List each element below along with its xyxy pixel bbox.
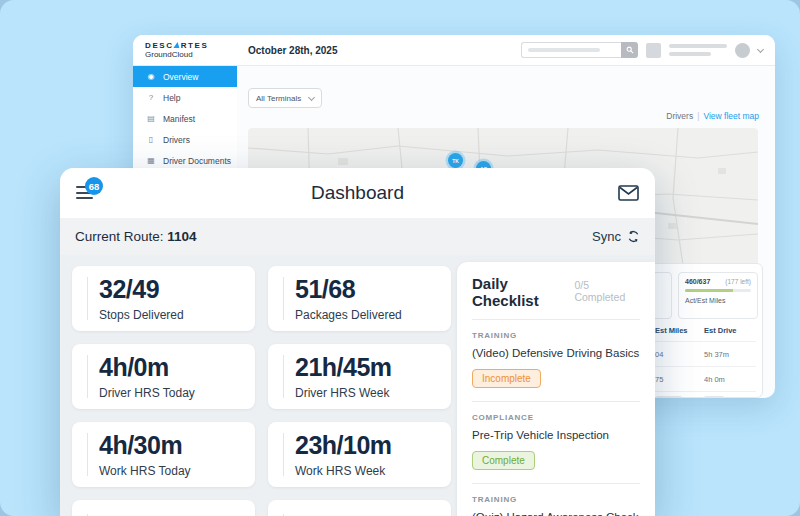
separator: | <box>697 111 699 121</box>
logo-text-1: DESC <box>145 41 174 50</box>
page-background: DESCRTES GroundCloud October 28th, 2025 … <box>0 0 800 516</box>
stat-value: 23h/10m <box>295 432 441 459</box>
stat-card-work-hrs-today[interactable]: 4h/30m Work HRS Today <box>72 422 255 487</box>
checklist-progress: 0/5 Completed <box>574 279 640 303</box>
drivers-label: Drivers <box>666 111 693 121</box>
checklist-title: Daily Checklist <box>472 275 574 309</box>
act-est-miles-card: 460/637 (177 left) Act/Est Miles <box>678 272 758 319</box>
messages-button[interactable] <box>605 185 639 201</box>
user-avatar[interactable] <box>735 43 750 58</box>
sidebar-item-label: Manifest <box>163 114 195 124</box>
document-icon: ▦ <box>146 156 156 165</box>
view-fleet-map-link[interactable]: View fleet map <box>703 111 759 121</box>
column-header-est-miles: Est Miles <box>655 326 688 335</box>
current-route-bar: Current Route: 1104 Sync <box>60 218 655 255</box>
chevron-down-icon[interactable] <box>757 45 764 52</box>
current-date: October 28th, 2025 <box>248 45 521 56</box>
sidebar-item-label: Drivers <box>163 135 190 145</box>
search-icon <box>626 46 634 54</box>
company-logo-skeleton <box>646 43 661 58</box>
stat-label: Driver HRS Today <box>99 386 245 400</box>
sidebar-item-help[interactable]: ? Help <box>133 87 237 108</box>
sidebar-item-label: Overview <box>163 72 198 82</box>
checklist-item-title: (Video) Defensive Driving Basics <box>472 347 640 359</box>
search-input[interactable] <box>521 42 621 58</box>
stat-card-stops-delivered[interactable]: 32/49 Stops Delivered <box>72 266 255 331</box>
stat-card-packages-delivered[interactable]: 51/68 Packages Delivered <box>268 266 451 331</box>
topbar-right <box>521 42 775 58</box>
checklist-header: Daily Checklist 0/5 Completed <box>472 275 640 320</box>
groundcloud-logo: DESCRTES GroundCloud <box>133 41 237 59</box>
logo-text-2: RTES <box>181 41 209 50</box>
sidebar-item-label: Driver Documents <box>163 156 231 166</box>
checklist-item-category: COMPLIANCE <box>472 413 640 422</box>
notification-badge: 68 <box>85 177 103 195</box>
current-route-label: Current Route: 1104 <box>75 229 197 244</box>
sidebar-item-manifest[interactable]: ▤ Manifest <box>133 108 237 129</box>
stat-value: 32/49 <box>99 276 245 303</box>
checklist-item-category: TRAINING <box>472 331 640 340</box>
miles-progress-fill <box>685 289 733 292</box>
fleet-map-links: Drivers|View fleet map <box>666 111 759 121</box>
descartes-triangle-icon <box>173 42 180 48</box>
sync-button[interactable]: Sync <box>592 229 640 244</box>
sidebar-item-overview[interactable]: ◉ Overview <box>133 66 237 87</box>
checklist-item-title: Pre-Trip Vehicle Inspection <box>472 429 640 441</box>
stat-label: Packages Delivered <box>295 308 441 322</box>
terminals-dropdown[interactable]: All Terminals <box>248 88 322 108</box>
column-header-est-drive: Est Drive <box>704 326 737 335</box>
stat-value: 4h/30m <box>99 432 245 459</box>
daily-checklist-panel: Daily Checklist 0/5 Completed TRAINING (… <box>457 262 655 516</box>
checklist-item[interactable]: TRAINING (Video) Defensive Driving Basic… <box>472 320 640 402</box>
miles-progress-track <box>685 289 751 292</box>
stat-card-driver-hrs-week[interactable]: 21h/45m Driver HRS Week <box>268 344 451 409</box>
terminals-dropdown-value: All Terminals <box>256 94 301 103</box>
mobile-header: 68 Dashboard <box>60 168 655 218</box>
stat-card-partial[interactable] <box>72 500 255 516</box>
checklist-item-title: (Quiz) Hazard Awareness Check <box>472 511 640 516</box>
search-placeholder-skeleton <box>528 48 600 52</box>
menu-button[interactable]: 68 <box>76 180 110 206</box>
stat-label: Driver HRS Week <box>295 386 441 400</box>
status-badge: Complete <box>472 451 535 470</box>
stat-label: Work HRS Today <box>99 464 245 478</box>
driver-map-marker[interactable]: TK <box>448 153 463 168</box>
sync-icon <box>627 230 640 243</box>
stat-label: Work HRS Week <box>295 464 441 478</box>
mobile-dashboard-window: 68 Dashboard Current Route: 1104 Sync <box>60 168 655 516</box>
phone-icon: ▯ <box>146 135 156 144</box>
miles-remaining: (177 left) <box>725 278 751 285</box>
stat-value: 51/68 <box>295 276 441 303</box>
stat-value: 21h/45m <box>295 354 441 381</box>
sync-label: Sync <box>592 229 621 244</box>
list-icon: ▤ <box>146 114 156 123</box>
stat-card-work-hrs-week[interactable]: 23h/10m Work HRS Week <box>268 422 451 487</box>
stat-label: Stops Delivered <box>99 308 245 322</box>
stat-card-driver-hrs-today[interactable]: 4h/0m Driver HRS Today <box>72 344 255 409</box>
sidebar-item-label: Help <box>163 93 180 103</box>
gauge-icon: ◉ <box>146 72 156 81</box>
desktop-topbar: DESCRTES GroundCloud October 28th, 2025 <box>133 35 775 66</box>
search-button[interactable] <box>621 42 638 58</box>
company-name-skeleton <box>669 44 727 56</box>
stats-grid: 32/49 Stops Delivered 51/68 Packages Del… <box>72 266 451 516</box>
envelope-icon <box>618 185 639 201</box>
stat-card-partial[interactable] <box>268 500 451 516</box>
miles-label: Act/Est Miles <box>685 297 751 304</box>
sidebar-item-drivers[interactable]: ▯ Drivers <box>133 129 237 150</box>
checklist-item-category: TRAINING <box>472 495 640 504</box>
current-route-number: 1104 <box>167 229 196 244</box>
logo-subtitle: GroundCloud <box>145 50 237 59</box>
chevron-down-icon <box>308 93 315 100</box>
checklist-item[interactable]: COMPLIANCE Pre-Trip Vehicle Inspection C… <box>472 402 640 484</box>
status-badge: Incomplete <box>472 369 541 388</box>
checklist-item[interactable]: TRAINING (Quiz) Hazard Awareness Check I… <box>472 484 640 516</box>
page-title: Dashboard <box>110 182 605 204</box>
question-icon: ? <box>146 93 156 102</box>
miles-value: 460/637 <box>685 278 710 285</box>
stat-value: 4h/0m <box>99 354 245 381</box>
descartes-wordmark: DESCRTES <box>145 41 237 50</box>
